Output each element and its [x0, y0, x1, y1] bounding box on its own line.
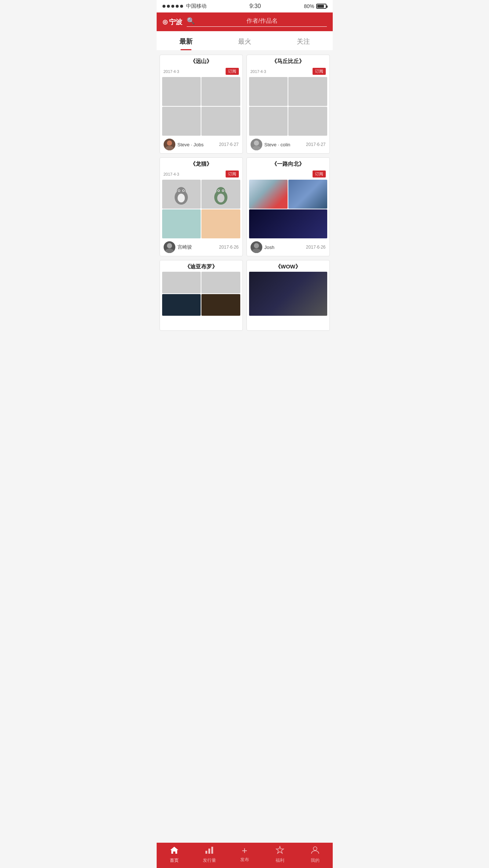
- card3-header: 《龙猫》: [160, 158, 242, 169]
- card2-images: [247, 77, 329, 136]
- signal-dots: [163, 5, 183, 8]
- nav-publish-count[interactable]: 发行量: [192, 846, 227, 864]
- search-placeholder: 作者/作品名: [198, 17, 327, 25]
- card4-header: 《一路向北》: [247, 158, 329, 169]
- battery-area: 80%: [304, 3, 326, 9]
- card2-subscribe[interactable]: 订阅: [313, 68, 326, 75]
- svg-point-21: [252, 249, 261, 253]
- svg-point-13: [217, 194, 225, 202]
- card6-images: [247, 272, 329, 330]
- svg-point-3: [252, 146, 261, 150]
- card1-subscribe[interactable]: 订阅: [226, 68, 239, 75]
- card3-footer: 宫崎骏 2017·6·26: [160, 238, 242, 256]
- card3-img4: [201, 209, 240, 238]
- card2-author-name: Steve · colin: [264, 142, 291, 147]
- card-yuanshan[interactable]: 《远山》 2017·4·3 订阅 Steve · Jobs 2017·: [160, 55, 243, 154]
- card5-img4: [201, 294, 240, 316]
- search-bar[interactable]: 🔍 作者/作品名: [187, 17, 327, 27]
- card4-post-date: 2017·6·26: [306, 245, 325, 250]
- tab-latest[interactable]: 最新: [157, 37, 215, 50]
- card3-avatar: [164, 241, 175, 253]
- card1-avatar: [164, 139, 175, 150]
- card3-subscribe[interactable]: 订阅: [226, 171, 239, 177]
- card6-header: 《WOW》: [247, 260, 329, 272]
- card2-author: Steve · colin: [251, 139, 291, 150]
- svg-rect-23: [208, 849, 210, 854]
- svg-point-16: [218, 190, 219, 191]
- card4-date-row: 订阅: [247, 169, 329, 180]
- card5-title: 《迪亚布罗》: [164, 263, 239, 270]
- bottom-nav: 首页 发行量 + 发布 福利 我的: [157, 843, 333, 868]
- card2-post-date: 2017·6·27: [306, 142, 325, 147]
- card2-date: 2017·4·3: [251, 69, 266, 74]
- card2-img1: [249, 77, 288, 106]
- card1-img3: [162, 107, 201, 136]
- card1-title: 《远山》: [164, 58, 239, 65]
- card-totoro[interactable]: 《龙猫》 2017·4·3 订阅: [160, 157, 243, 256]
- svg-point-2: [254, 140, 259, 146]
- nav-publish-label: 发布: [240, 857, 249, 863]
- svg-point-18: [167, 243, 172, 248]
- card4-avatar: [251, 241, 262, 253]
- welfare-icon: [275, 846, 285, 856]
- card2-title: 《马丘比丘》: [251, 58, 326, 65]
- card4-subscribe[interactable]: 订阅: [313, 171, 326, 177]
- card3-post-date: 2017·6·26: [219, 245, 238, 250]
- card1-img2: [201, 77, 240, 106]
- card1-author: Steve · Jobs: [164, 139, 204, 150]
- svg-point-10: [183, 190, 184, 191]
- card5-images: [160, 272, 242, 316]
- card1-author-name: Steve · Jobs: [178, 142, 204, 147]
- card3-img1: [162, 180, 201, 209]
- nav-home[interactable]: 首页: [157, 846, 192, 864]
- card1-header: 《远山》: [160, 55, 242, 66]
- card3-img3: [162, 209, 201, 238]
- location-icon: ◎: [163, 18, 168, 25]
- card2-img4: [288, 107, 327, 136]
- card5-header: 《迪亚布罗》: [160, 260, 242, 272]
- card1-date-row: 2017·4·3 订阅: [160, 66, 242, 77]
- card5-img1: [162, 272, 201, 293]
- nav-welfare[interactable]: 福利: [262, 846, 298, 864]
- card2-footer: Steve · colin 2017·6·27: [247, 136, 329, 153]
- nav-publish[interactable]: + 发布: [227, 846, 262, 864]
- card3-img2: [201, 180, 240, 209]
- header: ◎ 宁波 🔍 作者/作品名: [157, 12, 333, 31]
- card1-post-date: 2017·6·27: [219, 142, 238, 147]
- tab-follow[interactable]: 关注: [274, 37, 333, 50]
- card4-footer: Josh 2017·6·26: [247, 238, 329, 256]
- svg-point-19: [165, 249, 174, 253]
- card4-author-name: Josh: [264, 245, 274, 250]
- card-machu[interactable]: 《马丘比丘》 2017·4·3 订阅 Steve · colin 20: [247, 55, 330, 154]
- card2-avatar: [251, 139, 262, 150]
- card1-img1: [162, 77, 201, 106]
- svg-point-17: [222, 190, 223, 191]
- card3-images: [160, 180, 242, 238]
- card-north[interactable]: 《一路向北》 订阅 Josh 2017·6·26: [247, 157, 330, 256]
- svg-point-9: [179, 190, 180, 191]
- card4-title: 《一路向北》: [251, 161, 326, 168]
- card1-img4: [201, 107, 240, 136]
- search-icon: 🔍: [187, 17, 195, 25]
- card1-date: 2017·4·3: [164, 69, 179, 74]
- card6-title: 《WOW》: [251, 263, 326, 270]
- svg-point-6: [178, 194, 185, 202]
- card5-img2: [201, 272, 240, 293]
- tab-bar: 最新 最火 关注: [157, 31, 333, 50]
- nav-mine[interactable]: 我的: [298, 846, 333, 864]
- card-diablo[interactable]: 《迪亚布罗》: [160, 260, 243, 331]
- location-label: 宁波: [169, 18, 182, 26]
- card-wow[interactable]: 《WOW》: [247, 260, 330, 331]
- svg-point-0: [167, 140, 172, 146]
- tab-hot[interactable]: 最火: [215, 37, 274, 50]
- card4-images: [247, 180, 329, 238]
- publish-icon: +: [242, 846, 247, 855]
- card1-footer: Steve · Jobs 2017·6·27: [160, 136, 242, 153]
- card4-img2: [288, 180, 327, 209]
- svg-point-1: [165, 146, 174, 150]
- publish-count-icon: [205, 846, 214, 856]
- svg-rect-24: [211, 847, 213, 854]
- card4-img3: [249, 209, 327, 238]
- battery-percent: 80%: [304, 3, 314, 9]
- location-area[interactable]: ◎ 宁波: [163, 18, 182, 26]
